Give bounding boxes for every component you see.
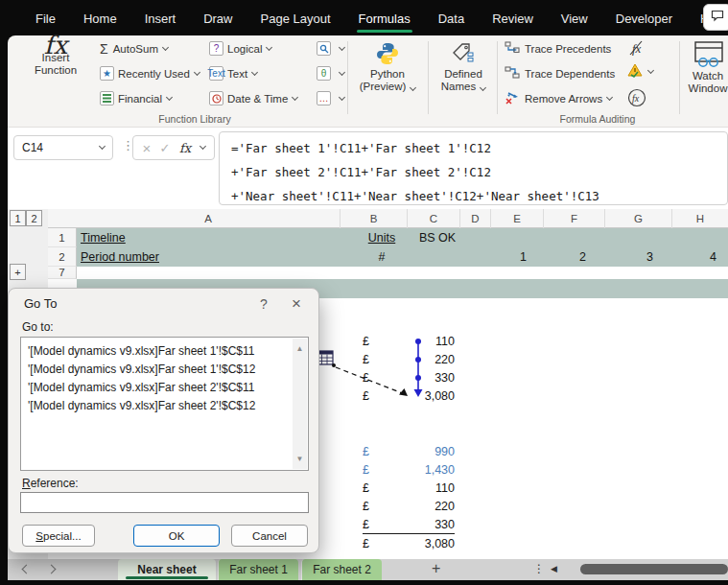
column-headers: A B C D E F G H [48, 209, 728, 228]
name-box[interactable]: C14 [13, 135, 113, 160]
goto-list-item[interactable]: '[Model dynamics v9.xlsx]Far sheet 1'!$C… [28, 342, 308, 361]
recently-used-label: Recently Used [118, 68, 190, 80]
remove-arrows-button[interactable]: Remove Arrows [505, 91, 612, 106]
formula-input[interactable]: ='Far sheet 1'!C11+'Far sheet 1'!C12 +'F… [219, 131, 728, 205]
cell-a1[interactable]: Timeline [81, 231, 126, 245]
ribbon: fx Insert Function Σ AutoSum ★ Recently … [8, 35, 728, 128]
column-header-b[interactable]: B [341, 209, 408, 228]
sheet-tab-far-sheet-2[interactable]: Far sheet 2 [301, 559, 382, 580]
horizontal-scrollbar-thumb[interactable] [580, 564, 728, 574]
scroll-up-icon[interactable]: ▲ [293, 344, 307, 353]
column-header-a[interactable]: A [77, 209, 341, 228]
ribbon-separator [497, 41, 498, 114]
error-checking-button[interactable] [626, 62, 663, 82]
tab-developer[interactable]: Developer [616, 3, 672, 34]
reference-input[interactable] [20, 492, 309, 513]
column-header-g[interactable]: G [605, 209, 672, 228]
cell-c13[interactable]: 330 [363, 371, 455, 385]
goto-list-item[interactable]: '[Model dynamics v9.xlsx]Far sheet 1'!$C… [28, 361, 308, 379]
trace-precedents-label: Trace Precedents [525, 43, 611, 55]
enter-icon[interactable]: ✓ [160, 141, 171, 155]
insert-function-button[interactable]: fx Insert Function [19, 39, 92, 77]
cell-value[interactable]: 110 [363, 481, 455, 495]
insert-function-label-2: Function [19, 64, 92, 77]
trace-dependents-button[interactable]: Trace Dependents [505, 66, 615, 81]
ok-button[interactable]: OK [133, 525, 220, 547]
chevron-down-icon [251, 68, 258, 75]
close-icon[interactable]: × [286, 294, 307, 314]
column-header-c[interactable]: C [408, 209, 460, 228]
sheet-nav-right-icon[interactable] [47, 565, 57, 574]
cell-b2[interactable]: # [345, 250, 418, 264]
cell-h2[interactable]: 4 [632, 250, 716, 264]
row-header-7[interactable]: 7 [48, 267, 77, 279]
outline-expand-button[interactable]: + [10, 264, 26, 280]
tab-file[interactable]: File [35, 3, 56, 34]
scroll-down-icon[interactable]: ▼ [293, 455, 307, 463]
more-functions-button[interactable]: … [317, 91, 344, 105]
row-header-1[interactable]: 1 [48, 228, 77, 247]
tab-home[interactable]: Home [83, 3, 117, 34]
recently-used-button[interactable]: ★ Recently Used [100, 66, 200, 81]
column-header-d[interactable]: D [460, 209, 491, 228]
outline-level-1-button[interactable]: 1 [10, 210, 26, 226]
defined-names-button[interactable]: Defined Names [433, 39, 494, 93]
insert-function-fx-icon[interactable]: fx [179, 141, 191, 155]
sheet-nav-left-icon[interactable] [22, 565, 32, 574]
goto-list-item[interactable]: '[Model dynamics v9.xlsx]Far sheet 2'!$C… [28, 379, 308, 397]
list-scrollbar[interactable]: ▲ ▼ [293, 339, 307, 469]
column-header-f[interactable]: F [544, 209, 605, 228]
hscroll-left-icon[interactable]: ◀ [551, 564, 557, 573]
tab-data[interactable]: Data [438, 3, 464, 34]
cell-value[interactable]: 990 [363, 445, 455, 458]
chevron-down-icon[interactable] [199, 143, 205, 150]
row-header-2[interactable]: 2 [48, 247, 77, 267]
tab-page-layout[interactable]: Page Layout [261, 3, 331, 34]
tab-formulas[interactable]: Formulas [359, 3, 411, 34]
cell-total-value[interactable]: 3,080 [363, 537, 455, 550]
python-preview-button[interactable]: Python (Preview) [353, 39, 422, 93]
text-button[interactable]: Text Text [209, 66, 257, 81]
lookup-reference-button[interactable] [317, 41, 344, 56]
cell-value-sum-line[interactable]: 330 [363, 518, 455, 534]
logical-button[interactable]: ? Logical [209, 41, 271, 56]
math-trig-button[interactable]: θ [317, 66, 344, 81]
watch-window-button[interactable]: Watch Window [683, 39, 728, 95]
financial-button[interactable]: Financial [100, 91, 172, 105]
trace-precedents-button[interactable]: Trace Precedents [505, 41, 611, 56]
tab-insert[interactable]: Insert [145, 3, 176, 34]
column-header-e[interactable]: E [491, 209, 544, 228]
date-time-button[interactable]: Date & Time [209, 91, 297, 105]
chevron-down-icon [339, 93, 345, 100]
reference-label: Reference: [22, 477, 79, 490]
cell-a2[interactable]: Period number [81, 250, 159, 264]
show-formulas-button[interactable]: fx [626, 39, 649, 58]
tab-view[interactable]: View [561, 3, 588, 34]
comments-button[interactable] [703, 4, 728, 31]
sheet-tab-near-sheet[interactable]: Near sheet [118, 559, 216, 580]
python-icon [353, 39, 422, 68]
autosum-button[interactable]: Σ AutoSum [100, 41, 168, 57]
cell-c11[interactable]: 110 [363, 335, 455, 348]
goto-list-item[interactable]: '[Model dynamics v9.xlsx]Far sheet 2'!$C… [28, 397, 308, 415]
cell-value[interactable]: 1,430 [363, 463, 455, 477]
evaluate-formula-button[interactable]: fx [626, 87, 649, 108]
cancel-icon[interactable]: × [142, 140, 151, 156]
cell-c12[interactable]: 220 [363, 353, 455, 366]
new-sheet-icon[interactable]: + [432, 560, 440, 577]
cell-c1[interactable]: BS OK [408, 231, 467, 245]
tab-draw[interactable]: Draw [203, 3, 232, 34]
ribbon-separator [347, 41, 348, 114]
sheet-tab-far-sheet-1[interactable]: Far sheet 1 [218, 559, 298, 580]
cancel-button[interactable]: Cancel [231, 525, 308, 547]
outline-level-2-button[interactable]: 2 [26, 210, 42, 226]
tab-review[interactable]: Review [492, 3, 533, 34]
column-header-h[interactable]: H [672, 209, 728, 228]
cell-c14[interactable]: 3,080 [363, 389, 455, 403]
cell-value[interactable]: 220 [363, 500, 455, 513]
special-button[interactable]: Special... [22, 525, 95, 547]
name-box-value: C14 [22, 141, 43, 154]
help-icon[interactable]: ? [253, 294, 274, 314]
goto-list[interactable]: '[Model dynamics v9.xlsx]Far sheet 1'!$C… [20, 337, 309, 471]
sheet-options-icon[interactable]: ⋮ [533, 562, 545, 575]
